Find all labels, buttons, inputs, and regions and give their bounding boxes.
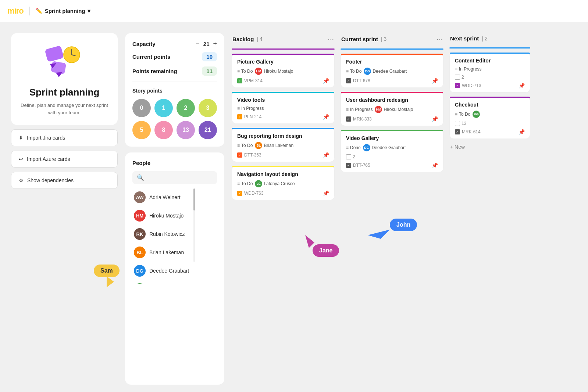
pin-button[interactable]: 📌: [323, 114, 329, 120]
people-card: People 🔍 AW Adria Weinert HM Hiroku Most…: [125, 152, 224, 385]
ticket-status: ≡ To Do: [455, 112, 470, 117]
people-item[interactable]: BL Brian Lakeman: [132, 244, 190, 261]
sp-circle-1[interactable]: 1: [154, 99, 173, 117]
ticket-status: ≡ To Do: [237, 181, 253, 186]
sprint-info-card: Sprint planning Define, plan and manage …: [11, 33, 118, 125]
ticket-top-border: [341, 54, 443, 55]
avatar: RK: [134, 228, 146, 240]
ticket-assignee: BL Brian Lakeman: [255, 142, 293, 149]
sp-circle-21[interactable]: 21: [199, 121, 217, 139]
people-item[interactable]: VG Vincente Goyins: [132, 280, 190, 284]
ticket-title: User dashboard redesign: [346, 97, 438, 103]
backlog-border: [232, 48, 335, 50]
avatar: AW: [134, 191, 146, 203]
capacity-value: 21: [203, 41, 210, 47]
import-azure-label: Import Azure cards: [27, 156, 70, 162]
pin-button[interactable]: 📌: [323, 190, 329, 196]
ticket-card[interactable]: Picture Gallery ≡ To Do HM Hiroku Mostaj…: [232, 53, 335, 88]
current-sprint-title: Current sprint: [341, 36, 378, 42]
story-points-label: Story points: [132, 88, 217, 94]
ticket-title: Footer: [346, 59, 438, 65]
current-points-value: 10: [202, 52, 217, 61]
assignee-avatar: DG: [363, 144, 370, 151]
pin-button[interactable]: 📌: [323, 78, 329, 84]
ticket-title: Checkout: [455, 102, 525, 108]
pin-button[interactable]: 📌: [432, 78, 438, 84]
next-sprint-count: | 2: [482, 36, 487, 42]
current-sprint-column: Current sprint | 3 ··· Footer ≡ To Do DG…: [341, 33, 443, 385]
ticket-card[interactable]: Footer ≡ To Do DG Deedee Graubart ✓ DTT-…: [341, 53, 443, 88]
ticket-id: ✓ VPM-314: [237, 78, 263, 83]
ticket-id: ✓ PLN-214: [237, 114, 261, 119]
left-panel: Sprint planning Define, plan and manage …: [11, 33, 118, 385]
sp-circle-2[interactable]: 2: [177, 99, 195, 117]
backlog-header: Backlog | 4 ···: [232, 33, 335, 45]
people-item[interactable]: DG Deedee Graubart: [132, 262, 190, 280]
add-new-button[interactable]: + New: [449, 143, 530, 151]
ticket-assignee: HM Hiroku Mostajo: [375, 106, 413, 113]
ticket-top-border: [232, 128, 334, 129]
ticket-card[interactable]: Video Gallery ≡ Done DG Deedee Graubart …: [341, 130, 443, 172]
next-sprint-cards: Content Editor ≡ In Progress 2 ✓ WDD-713…: [449, 52, 530, 139]
pin-button[interactable]: 📌: [518, 129, 525, 135]
people-search-input[interactable]: [147, 175, 213, 181]
pin-button[interactable]: 📌: [432, 162, 438, 168]
ticket-card[interactable]: Video tools ≡ In Progress ✓ PLN-214 📌: [232, 91, 335, 124]
ticket-assignee: LC Latonya Crusco: [255, 180, 295, 187]
show-deps-label: Show dependencies: [27, 177, 74, 183]
ticket-footer: ✓ DTT-765 📌: [346, 162, 438, 168]
ticket-footer: ✓ VPM-314 📌: [237, 78, 329, 84]
show-deps-button[interactable]: ⚙ Show dependencies: [11, 172, 118, 189]
ticket-meta: ≡ In Progress: [237, 106, 329, 111]
sp-circle-8[interactable]: 8: [154, 121, 173, 139]
sp-circle-3[interactable]: 3: [199, 99, 217, 117]
ticket-id: ✓ MRK-614: [455, 129, 481, 134]
pin-button[interactable]: 📌: [323, 152, 329, 158]
pin-button[interactable]: 📌: [432, 116, 438, 122]
capacity-minus-button[interactable]: −: [196, 40, 200, 47]
ticket-card[interactable]: Checkout ≡ To Do VG 13 ✓ MRK-: [449, 96, 530, 139]
ticket-number-row: 2: [346, 154, 438, 159]
ticket-footer: ✓ PLN-214 📌: [237, 114, 329, 120]
capacity-plus-button[interactable]: +: [213, 40, 217, 47]
board-title-button[interactable]: ✏️ Sprint planning ▾: [36, 8, 90, 14]
import-azure-icon: ↩: [19, 156, 23, 162]
people-search-box[interactable]: 🔍: [132, 171, 217, 184]
pencil-icon: ✏️: [36, 8, 43, 14]
ticket-meta: ≡ To Do DG Deedee Graubart: [346, 68, 438, 75]
ticket-id: ✓ MRK-333: [346, 116, 372, 122]
backlog-more-button[interactable]: ···: [328, 35, 334, 43]
svg-rect-4: [44, 46, 64, 62]
ticket-meta: ≡ To Do HM Hiroku Mostajo: [237, 68, 329, 75]
ticket-status: ≡ To Do: [237, 143, 253, 148]
next-sprint-header: Next sprint | 2: [449, 33, 530, 44]
people-item[interactable]: RK Rubin Kotowicz: [132, 225, 190, 243]
ticket-card[interactable]: User dashboard redesign ≡ In Progress HM…: [341, 91, 443, 126]
ticket-card[interactable]: Navigation layout design ≡ To Do LC Lato…: [232, 166, 335, 200]
sp-circle-0[interactable]: 0: [132, 99, 151, 117]
backlog-count: | 4: [257, 36, 262, 42]
import-azure-button[interactable]: ↩ Import Azure cards: [11, 151, 118, 168]
ticket-title: Bug reporting form design: [237, 133, 329, 139]
svg-marker-7: [56, 72, 63, 77]
ticket-top-border: [232, 92, 334, 93]
ticket-status: ≡ To Do: [346, 69, 361, 74]
current-sprint-more-button[interactable]: ···: [436, 35, 443, 43]
scrollbar-track[interactable]: [193, 188, 195, 262]
ticket-id: ✓ WDD-763: [237, 191, 264, 196]
people-name: Adria Weinert: [149, 194, 181, 200]
ticket-meta: ≡ In Progress HM Hiroku Mostajo: [346, 106, 438, 113]
pin-button[interactable]: 📌: [518, 83, 525, 89]
sprint-illustration: [42, 42, 86, 82]
people-item[interactable]: HM Hiroku Mostajo: [132, 207, 190, 224]
people-item[interactable]: AW Adria Weinert: [132, 188, 190, 206]
ticket-card[interactable]: Bug reporting form design ≡ To Do BL Bri…: [232, 127, 335, 162]
sp-circle-5[interactable]: 5: [132, 121, 151, 139]
nav-divider: [29, 7, 30, 15]
import-jira-button[interactable]: ⬇ Import Jira cards: [11, 129, 118, 146]
import-jira-label: Import Jira cards: [27, 135, 65, 141]
ticket-assignee: HM Hiroku Mostajo: [255, 68, 293, 75]
ticket-icon: ✓: [455, 83, 460, 88]
ticket-card[interactable]: Content Editor ≡ In Progress 2 ✓ WDD-713…: [449, 52, 530, 93]
sp-circle-13[interactable]: 13: [177, 121, 195, 139]
